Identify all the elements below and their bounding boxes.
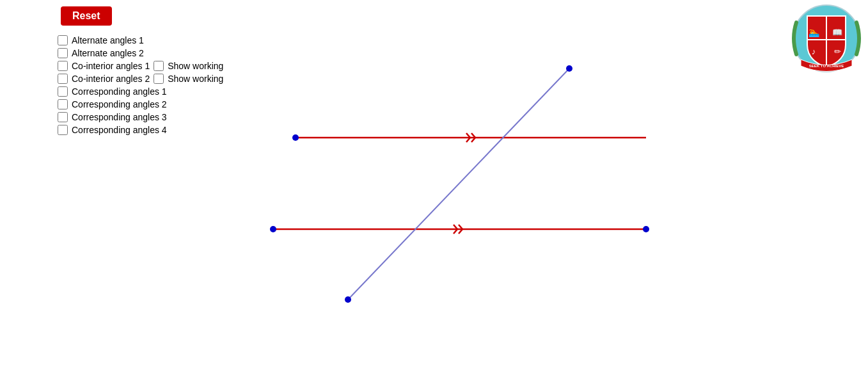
svg-text:📖: 📖 [832,27,843,38]
dot-transversal-top [566,65,572,72]
svg-text:SEEK TO ACHIEVE: SEEK TO ACHIEVE [809,64,844,68]
geometry-canvas [0,0,868,370]
dot-line2-left [270,226,276,232]
svg-text:♪: ♪ [812,47,816,56]
dot-transversal-bottom [345,296,351,303]
school-crest-svg: 🏊 📖 ♪ ✏ SEEK TO ACHIEVE [791,3,862,74]
transversal-line [348,68,569,300]
svg-text:🏊: 🏊 [809,27,820,38]
dot-line1-left [292,134,299,141]
svg-text:✏: ✏ [834,47,841,56]
school-logo: 🏊 📖 ♪ ✏ SEEK TO ACHIEVE [791,3,862,74]
dot-line2-right [643,226,649,232]
